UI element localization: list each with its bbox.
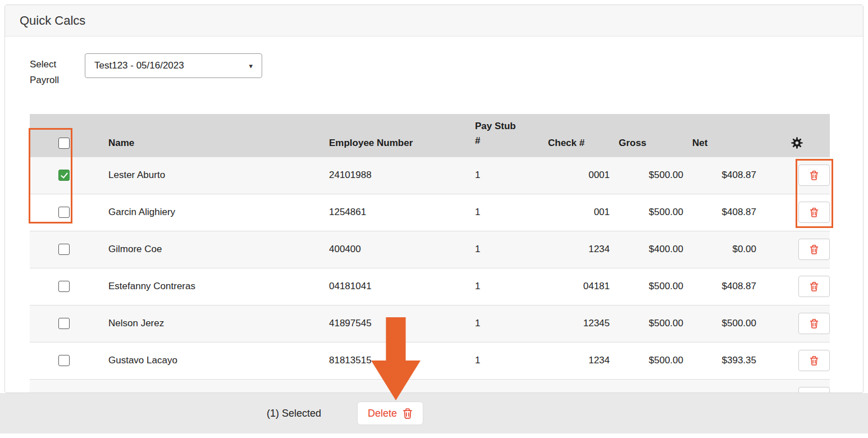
cell-net: $0.00 bbox=[688, 231, 761, 268]
cell-check: 12345 bbox=[543, 305, 614, 342]
cell-employee-number: 400400 bbox=[325, 231, 470, 268]
cell-name: Lester Aburto bbox=[104, 157, 325, 194]
cell-net: $408.87 bbox=[688, 157, 761, 194]
quick-calcs-page: Quick Calcs Select Payroll Test123 - 05/… bbox=[0, 0, 868, 438]
row-checkbox[interactable] bbox=[58, 281, 70, 292]
row-delete-button[interactable] bbox=[798, 313, 830, 334]
trash-icon bbox=[810, 318, 819, 328]
column-header-net: Net bbox=[688, 114, 761, 157]
table-row: Garcin Alighiery 1254861 1 001 $500.00 $… bbox=[30, 194, 830, 231]
page-title: Quick Calcs bbox=[20, 13, 85, 28]
cell-pay-stub: 1 bbox=[470, 342, 543, 379]
row-checkbox[interactable] bbox=[58, 170, 70, 181]
row-checkbox[interactable] bbox=[58, 207, 70, 218]
cell-name: Garcin Alighiery bbox=[104, 194, 325, 231]
row-delete-button[interactable] bbox=[798, 350, 830, 371]
row-checkbox[interactable] bbox=[58, 355, 70, 366]
column-header-gross: Gross bbox=[614, 114, 688, 157]
delete-button-label: Delete bbox=[368, 408, 397, 419]
cell-name: Nelson Jerez bbox=[104, 305, 325, 342]
cell-employee-number: 1254861 bbox=[325, 194, 470, 231]
payroll-selector-row: Select Payroll Test123 - 05/16/2023 ▾ bbox=[30, 53, 863, 88]
cell-net: $500.00 bbox=[688, 305, 761, 342]
row-delete-button[interactable] bbox=[798, 165, 830, 186]
cell-name bbox=[104, 379, 325, 393]
card-body: Select Payroll Test123 - 05/16/2023 ▾ Na… bbox=[5, 36, 863, 393]
quick-calcs-table: Name Employee Number Pay Stub # Check # … bbox=[30, 114, 830, 393]
row-delete-button[interactable] bbox=[798, 239, 830, 260]
select-all-checkbox[interactable] bbox=[58, 138, 70, 149]
row-checkbox[interactable] bbox=[58, 318, 70, 329]
trash-icon bbox=[403, 408, 413, 419]
column-header-check: Check # bbox=[543, 114, 614, 157]
cell-gross: $0.00 bbox=[614, 379, 688, 393]
quick-calcs-card: Quick Calcs Select Payroll Test123 - 05/… bbox=[4, 4, 864, 393]
delete-button[interactable]: Delete bbox=[357, 402, 423, 425]
cell-check: 1234 bbox=[543, 231, 614, 268]
trash-icon bbox=[810, 170, 819, 180]
table-row: Gilmore Coe 400400 1 1234 $400.00 $0.00 bbox=[30, 231, 830, 268]
cell-pay-stub: 1 bbox=[470, 231, 543, 268]
cell-gross: $500.00 bbox=[614, 342, 688, 379]
cell-pay-stub: 1 bbox=[470, 305, 543, 342]
cell-name: Gustavo Lacayo bbox=[104, 342, 325, 379]
trash-icon bbox=[810, 207, 819, 217]
select-payroll-label: Select Payroll bbox=[30, 53, 85, 88]
row-delete-button[interactable] bbox=[798, 276, 830, 297]
selected-count: (1) Selected bbox=[267, 408, 321, 419]
cell-employee-number: 41897545 bbox=[325, 305, 470, 342]
cell-net: $408.87 bbox=[688, 268, 761, 305]
card-header: Quick Calcs bbox=[5, 5, 863, 36]
payroll-dropdown-value: Test123 - 05/16/2023 bbox=[94, 60, 184, 71]
cell-net: $408.87 bbox=[688, 194, 761, 231]
table-row: Nelson Jerez 41897545 1 12345 $500.00 $5… bbox=[30, 305, 830, 342]
cell-net: $393.35 bbox=[688, 342, 761, 379]
row-checkbox[interactable] bbox=[58, 244, 70, 255]
trash-icon bbox=[810, 281, 819, 291]
cell-pay-stub: 1 bbox=[470, 157, 543, 194]
cell-pay-stub: 1 bbox=[470, 379, 543, 393]
table-header-row: Name Employee Number Pay Stub # Check # … bbox=[30, 114, 830, 157]
cell-gross: $500.00 bbox=[614, 305, 688, 342]
cell-check: 04181 bbox=[543, 268, 614, 305]
cell-employee-number: 81813515 bbox=[325, 342, 470, 379]
cell-gross: $500.00 bbox=[614, 194, 688, 231]
row-delete-button[interactable] bbox=[798, 387, 830, 393]
column-header-employee-number: Employee Number bbox=[325, 114, 470, 157]
cell-employee-number: 04181041 bbox=[325, 268, 470, 305]
cell-net: $0.00 bbox=[688, 379, 761, 393]
table-row: 1 1234 $0.00 $0.00 bbox=[30, 379, 830, 393]
cell-gross: $400.00 bbox=[614, 231, 688, 268]
trash-icon bbox=[810, 355, 819, 366]
caret-down-icon: ▾ bbox=[249, 62, 253, 70]
payroll-dropdown[interactable]: Test123 - 05/16/2023 ▾ bbox=[85, 53, 262, 78]
cell-name: Gilmore Coe bbox=[104, 231, 325, 268]
cell-check: 1234 bbox=[543, 342, 614, 379]
row-delete-button[interactable] bbox=[798, 202, 830, 223]
trash-icon bbox=[810, 244, 819, 254]
cell-pay-stub: 1 bbox=[470, 268, 543, 305]
column-header-pay-stub: Pay Stub # bbox=[470, 114, 543, 157]
cell-gross: $500.00 bbox=[614, 157, 688, 194]
cell-employee-number: 24101988 bbox=[325, 157, 470, 194]
table-row: Estefanny Contreras 04181041 1 04181 $50… bbox=[30, 268, 830, 305]
table-row: Gustavo Lacayo 81813515 1 1234 $500.00 $… bbox=[30, 342, 830, 379]
cell-check: 0001 bbox=[543, 157, 614, 194]
cell-employee-number bbox=[325, 379, 470, 393]
column-header-name: Name bbox=[104, 114, 325, 157]
cell-gross: $500.00 bbox=[614, 268, 688, 305]
cell-check: 001 bbox=[543, 194, 614, 231]
table-row: Lester Aburto 24101988 1 0001 $500.00 $4… bbox=[30, 157, 830, 194]
settings-gear-icon[interactable] bbox=[791, 137, 803, 149]
cell-name: Estefanny Contreras bbox=[104, 268, 325, 305]
cell-check: 1234 bbox=[543, 379, 614, 393]
cell-pay-stub: 1 bbox=[470, 194, 543, 231]
footer-action-bar: (1) Selected Delete bbox=[0, 393, 868, 434]
